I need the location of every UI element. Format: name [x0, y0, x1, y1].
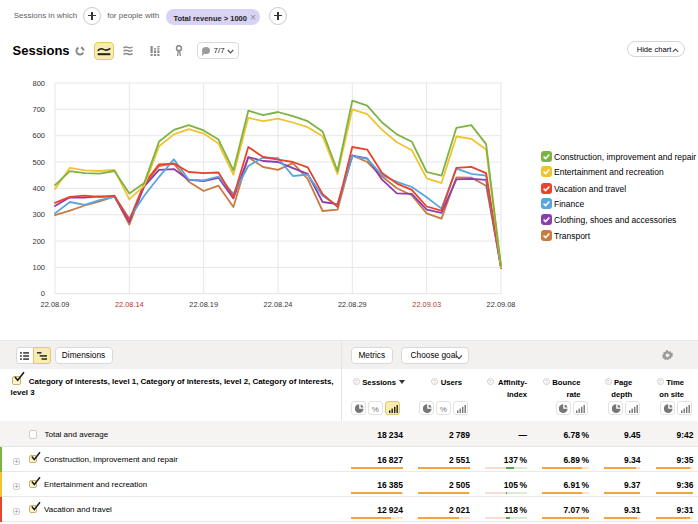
svg-text:800: 800: [32, 79, 45, 88]
svg-text:300: 300: [32, 210, 45, 219]
svg-text:0: 0: [41, 289, 45, 298]
svg-text:22.08.29: 22.08.29: [338, 300, 367, 309]
svg-text:22.08.14: 22.08.14: [115, 300, 144, 309]
svg-text:22.08.19: 22.08.19: [189, 300, 218, 309]
svg-text:500: 500: [32, 158, 45, 167]
svg-text:22.09.03: 22.09.03: [412, 300, 441, 309]
svg-text:700: 700: [32, 105, 45, 114]
svg-text:200: 200: [32, 237, 45, 246]
svg-text:400: 400: [32, 184, 45, 193]
svg-text:22.09.08: 22.09.08: [487, 300, 516, 309]
svg-text:22.08.09: 22.08.09: [41, 300, 70, 309]
svg-text:22.08.24: 22.08.24: [264, 300, 293, 309]
svg-text:600: 600: [32, 131, 45, 140]
svg-text:100: 100: [32, 263, 45, 272]
